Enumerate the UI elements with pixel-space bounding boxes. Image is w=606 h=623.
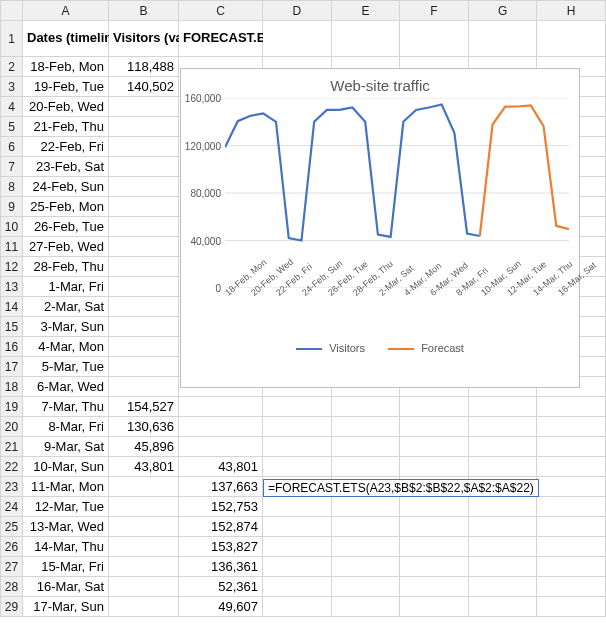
cell-A1[interactable]: Dates (timeline) bbox=[23, 21, 109, 57]
row-header-3[interactable]: 3 bbox=[1, 77, 23, 97]
row-header-1[interactable]: 1 bbox=[1, 21, 23, 57]
cell-A7[interactable]: 23-Feb, Sat bbox=[23, 157, 109, 177]
cell-H23[interactable] bbox=[537, 477, 606, 497]
cell-E24[interactable] bbox=[331, 497, 400, 517]
cell-A9[interactable]: 25-Feb, Mon bbox=[23, 197, 109, 217]
cell-F1[interactable] bbox=[400, 21, 469, 57]
cell-G28[interactable] bbox=[468, 577, 537, 597]
row-header-22[interactable]: 22 bbox=[1, 457, 23, 477]
cell-D25[interactable] bbox=[263, 517, 332, 537]
cell-A3[interactable]: 19-Feb, Tue bbox=[23, 77, 109, 97]
cell-B2[interactable]: 118,488 bbox=[109, 57, 179, 77]
cell-G29[interactable] bbox=[468, 597, 537, 617]
cell-A12[interactable]: 28-Feb, Thu bbox=[23, 257, 109, 277]
cell-F19[interactable] bbox=[400, 397, 469, 417]
row-header-14[interactable]: 14 bbox=[1, 297, 23, 317]
cell-E1[interactable] bbox=[331, 21, 400, 57]
cell-B7[interactable] bbox=[109, 157, 179, 177]
cell-A18[interactable]: 6-Mar, Wed bbox=[23, 377, 109, 397]
cell-A10[interactable]: 26-Feb, Tue bbox=[23, 217, 109, 237]
cell-B11[interactable] bbox=[109, 237, 179, 257]
cell-D19[interactable] bbox=[263, 397, 332, 417]
cell-B14[interactable] bbox=[109, 297, 179, 317]
cell-H19[interactable] bbox=[537, 397, 606, 417]
cell-D21[interactable] bbox=[263, 437, 332, 457]
cell-B1[interactable]: Visitors (values) bbox=[109, 21, 179, 57]
cell-C1[interactable]: FORECAST.ETS bbox=[179, 21, 263, 57]
cell-B10[interactable] bbox=[109, 217, 179, 237]
cell-B19[interactable]: 154,527 bbox=[109, 397, 179, 417]
row-header-24[interactable]: 24 bbox=[1, 497, 23, 517]
cell-B25[interactable] bbox=[109, 517, 179, 537]
cell-A29[interactable]: 17-Mar, Sun bbox=[23, 597, 109, 617]
cell-H29[interactable] bbox=[537, 597, 606, 617]
cell-D26[interactable] bbox=[263, 537, 332, 557]
cell-A17[interactable]: 5-Mar, Tue bbox=[23, 357, 109, 377]
cell-C26[interactable]: 153,827 bbox=[179, 537, 263, 557]
cell-H26[interactable] bbox=[537, 537, 606, 557]
row-header-7[interactable]: 7 bbox=[1, 157, 23, 177]
cell-A16[interactable]: 4-Mar, Mon bbox=[23, 337, 109, 357]
cell-G21[interactable] bbox=[468, 437, 537, 457]
cell-B13[interactable] bbox=[109, 277, 179, 297]
cell-B18[interactable] bbox=[109, 377, 179, 397]
cell-E19[interactable] bbox=[331, 397, 400, 417]
cell-A6[interactable]: 22-Feb, Fri bbox=[23, 137, 109, 157]
row-header-29[interactable]: 29 bbox=[1, 597, 23, 617]
cell-A25[interactable]: 13-Mar, Wed bbox=[23, 517, 109, 537]
cell-B12[interactable] bbox=[109, 257, 179, 277]
row-header-13[interactable]: 13 bbox=[1, 277, 23, 297]
cell-A2[interactable]: 18-Feb, Mon bbox=[23, 57, 109, 77]
cell-B22[interactable]: 43,801 bbox=[109, 457, 179, 477]
cell-C29[interactable]: 49,607 bbox=[179, 597, 263, 617]
row-header-25[interactable]: 25 bbox=[1, 517, 23, 537]
cell-H20[interactable] bbox=[537, 417, 606, 437]
cell-D27[interactable] bbox=[263, 557, 332, 577]
cell-F29[interactable] bbox=[400, 597, 469, 617]
cell-C24[interactable]: 152,753 bbox=[179, 497, 263, 517]
cell-B17[interactable] bbox=[109, 357, 179, 377]
cell-F22[interactable] bbox=[400, 457, 469, 477]
cell-C28[interactable]: 52,361 bbox=[179, 577, 263, 597]
cell-F24[interactable] bbox=[400, 497, 469, 517]
col-header-F[interactable]: F bbox=[400, 1, 469, 21]
cell-F25[interactable] bbox=[400, 517, 469, 537]
row-header-28[interactable]: 28 bbox=[1, 577, 23, 597]
row-header-5[interactable]: 5 bbox=[1, 117, 23, 137]
cell-E28[interactable] bbox=[331, 577, 400, 597]
cell-D20[interactable] bbox=[263, 417, 332, 437]
cell-A14[interactable]: 2-Mar, Sat bbox=[23, 297, 109, 317]
row-header-11[interactable]: 11 bbox=[1, 237, 23, 257]
cell-E29[interactable] bbox=[331, 597, 400, 617]
cell-A19[interactable]: 7-Mar, Thu bbox=[23, 397, 109, 417]
cell-B28[interactable] bbox=[109, 577, 179, 597]
col-header-A[interactable]: A bbox=[23, 1, 109, 21]
cell-H27[interactable] bbox=[537, 557, 606, 577]
row-header-9[interactable]: 9 bbox=[1, 197, 23, 217]
cell-D23[interactable]: =FORECAST.ETS(A23,$B$2:$B$22,$A$2:$A$22) bbox=[263, 477, 332, 497]
cell-B23[interactable] bbox=[109, 477, 179, 497]
cell-F27[interactable] bbox=[400, 557, 469, 577]
col-header-H[interactable]: H bbox=[537, 1, 606, 21]
row-header-6[interactable]: 6 bbox=[1, 137, 23, 157]
row-header-21[interactable]: 21 bbox=[1, 437, 23, 457]
row-header-19[interactable]: 19 bbox=[1, 397, 23, 417]
cell-D24[interactable] bbox=[263, 497, 332, 517]
row-header-2[interactable]: 2 bbox=[1, 57, 23, 77]
cell-F20[interactable] bbox=[400, 417, 469, 437]
cell-C21[interactable] bbox=[179, 437, 263, 457]
cell-A11[interactable]: 27-Feb, Wed bbox=[23, 237, 109, 257]
cell-A13[interactable]: 1-Mar, Fri bbox=[23, 277, 109, 297]
cell-B29[interactable] bbox=[109, 597, 179, 617]
cell-A20[interactable]: 8-Mar, Fri bbox=[23, 417, 109, 437]
cell-F21[interactable] bbox=[400, 437, 469, 457]
row-header-17[interactable]: 17 bbox=[1, 357, 23, 377]
row-header-10[interactable]: 10 bbox=[1, 217, 23, 237]
cell-E26[interactable] bbox=[331, 537, 400, 557]
cell-A23[interactable]: 11-Mar, Mon bbox=[23, 477, 109, 497]
cell-A15[interactable]: 3-Mar, Sun bbox=[23, 317, 109, 337]
cell-G24[interactable] bbox=[468, 497, 537, 517]
cell-A4[interactable]: 20-Feb, Wed bbox=[23, 97, 109, 117]
cell-A28[interactable]: 16-Mar, Sat bbox=[23, 577, 109, 597]
row-header-4[interactable]: 4 bbox=[1, 97, 23, 117]
